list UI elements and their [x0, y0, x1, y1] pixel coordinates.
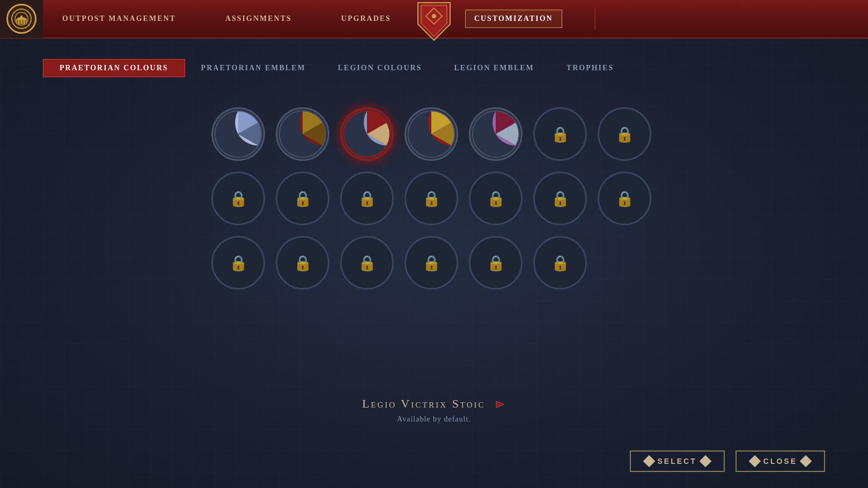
tab-navigation: Praetorian Colours Praetorian Emblem Leg… — [43, 59, 825, 77]
color-item-20[interactable]: 🔒 — [533, 236, 587, 290]
lock-icon-10: 🔒 — [358, 190, 377, 208]
bottom-buttons: Select Close — [630, 450, 825, 472]
lock-icon-16: 🔒 — [293, 254, 312, 272]
description-title: Legio Victrix Stoic — [300, 397, 568, 411]
lock-icon-17: 🔒 — [358, 254, 377, 272]
tab-legion-colours[interactable]: Legion Colours — [322, 60, 438, 77]
color-item-1[interactable] — [211, 107, 265, 161]
color-item-7[interactable]: 🔒 — [598, 107, 651, 161]
lock-icon-18: 🔒 — [422, 254, 441, 272]
color-item-2[interactable] — [276, 107, 329, 161]
color-item-15[interactable]: 🔒 — [211, 236, 265, 290]
color-item-5[interactable] — [469, 107, 523, 161]
lock-icon-15: 🔒 — [229, 254, 248, 272]
color-item-13[interactable]: 🔒 — [533, 172, 587, 225]
lock-icon-9: 🔒 — [293, 190, 312, 208]
color-item-3[interactable] — [340, 107, 394, 161]
flag-cursor-icon — [495, 400, 506, 409]
lock-icon-11: 🔒 — [422, 190, 441, 208]
lock-icon-14: 🔒 — [615, 190, 634, 208]
color-item-18[interactable]: 🔒 — [404, 236, 458, 290]
svg-rect-7 — [22, 20, 24, 24]
color-item-19[interactable]: 🔒 — [469, 236, 523, 290]
tab-praetorian-colours[interactable]: Praetorian Colours — [43, 59, 185, 77]
nav-item-upgrades[interactable]: Upgrades — [333, 10, 400, 27]
shield-emblem — [407, 0, 461, 43]
nav-divider-right — [594, 8, 595, 29]
nav-logo — [0, 0, 43, 38]
logo-icon — [6, 4, 36, 34]
lock-icon-20: 🔒 — [551, 254, 570, 272]
nav-item-assignments[interactable]: Assignments — [217, 10, 300, 27]
tab-trophies[interactable]: Trophies — [550, 60, 630, 77]
nav-bar: Outpost Management Assignments Upgrades … — [0, 0, 868, 39]
select-button[interactable]: Select — [630, 450, 725, 472]
color-item-8[interactable]: 🔒 — [211, 172, 265, 225]
lock-icon-12: 🔒 — [487, 190, 505, 208]
color-item-17[interactable]: 🔒 — [340, 236, 394, 290]
description-area: Legio Victrix Stoic Available by default… — [300, 397, 568, 424]
svg-marker-21 — [496, 401, 504, 408]
svg-rect-6 — [19, 20, 21, 24]
tab-legion-emblem[interactable]: Legion Emblem — [438, 60, 550, 77]
lock-icon-6: 🔒 — [551, 125, 570, 143]
description-subtitle: Available by default. — [300, 415, 568, 424]
tab-praetorian-emblem[interactable]: Praetorian Emblem — [185, 60, 322, 77]
color-item-11[interactable]: 🔒 — [404, 172, 458, 225]
nav-item-outpost-management[interactable]: Outpost Management — [54, 10, 185, 27]
close-button[interactable]: Close — [735, 450, 825, 472]
svg-point-10 — [432, 14, 436, 18]
svg-rect-4 — [20, 16, 23, 20]
nav-item-customization[interactable]: Customization — [465, 10, 562, 28]
color-item-6[interactable]: 🔒 — [533, 107, 587, 161]
color-item-12[interactable]: 🔒 — [469, 172, 523, 225]
svg-rect-8 — [25, 20, 26, 24]
lock-icon-13: 🔒 — [551, 190, 570, 208]
color-grid: 🔒 🔒 🔒 🔒 🔒 🔒 🔒 🔒 🔒 🔒 🔒 🔒 🔒 🔒 🔒 — [211, 107, 657, 295]
svg-rect-5 — [17, 20, 18, 24]
lock-icon-19: 🔒 — [487, 254, 505, 272]
color-item-4[interactable] — [404, 107, 458, 161]
color-item-10[interactable]: 🔒 — [340, 172, 394, 225]
color-item-9[interactable]: 🔒 — [276, 172, 329, 225]
color-item-16[interactable]: 🔒 — [276, 236, 329, 290]
lock-icon-7: 🔒 — [615, 125, 634, 143]
lock-icon-8: 🔒 — [229, 190, 248, 208]
color-item-14[interactable]: 🔒 — [598, 172, 651, 225]
